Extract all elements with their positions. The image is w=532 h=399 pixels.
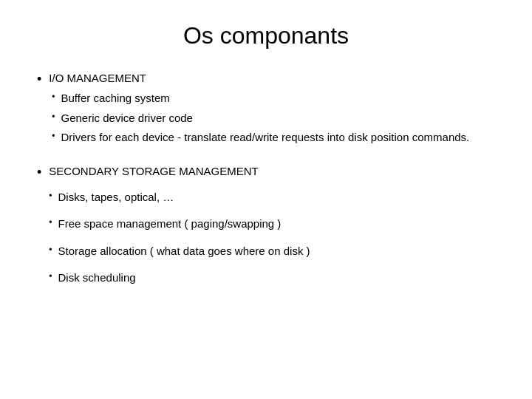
sub-text-disks: Disks, tapes, optical, … [58, 189, 174, 206]
bullet-dot-storage: • [37, 165, 41, 180]
sub-bullet-freespace: • Free space management ( paging/swappin… [49, 216, 310, 233]
sub-dot-drivers: • [52, 131, 55, 141]
sub-dot-generic: • [52, 112, 55, 122]
io-sub-bullets: • Buffer caching system • Generic device… [52, 90, 469, 146]
sub-dot-allocation: • [49, 245, 52, 255]
storage-sub-bullets: • Disks, tapes, optical, … • Free space … [49, 189, 310, 287]
io-management-content: I/O MANAGEMENT • Buffer caching system •… [49, 72, 469, 146]
sub-text-freespace: Free space management ( paging/swapping … [58, 216, 282, 233]
io-management-label: I/O MANAGEMENT [49, 72, 469, 84]
secondary-storage-content: SECONDARY STORAGE MANAGEMENT • Disks, ta… [49, 165, 310, 287]
sub-text-allocation: Storage allocation ( what data goes wher… [58, 243, 310, 260]
sub-bullet-drivers: • Drivers for each device - translate re… [52, 129, 469, 146]
sub-bullet-buffer: • Buffer caching system [52, 90, 469, 107]
slide: Os componants • I/O MANAGEMENT • Buffer … [0, 0, 532, 399]
sub-text-drivers: Drivers for each device - translate read… [61, 129, 470, 146]
sub-text-generic: Generic device driver code [61, 110, 193, 127]
sub-bullet-generic: • Generic device driver code [52, 110, 469, 127]
sub-bullet-allocation: • Storage allocation ( what data goes wh… [49, 243, 310, 260]
sub-bullet-disks: • Disks, tapes, optical, … [49, 189, 310, 206]
section-io-management: • I/O MANAGEMENT • Buffer caching system… [37, 72, 495, 146]
sub-dot-scheduling: • [49, 271, 52, 282]
slide-content: • I/O MANAGEMENT • Buffer caching system… [37, 72, 495, 377]
section-secondary-storage: • SECONDARY STORAGE MANAGEMENT • Disks, … [37, 165, 495, 287]
sub-dot-buffer: • [52, 92, 55, 102]
secondary-storage-label: SECONDARY STORAGE MANAGEMENT [49, 165, 310, 177]
sub-dot-disks: • [49, 191, 52, 201]
sub-text-buffer: Buffer caching system [61, 90, 170, 107]
slide-title: Os componants [37, 22, 495, 50]
sub-dot-freespace: • [49, 217, 52, 228]
bullet-dot-io: • [37, 72, 41, 87]
sub-text-scheduling: Disk scheduling [58, 270, 136, 287]
sub-bullet-scheduling: • Disk scheduling [49, 270, 310, 287]
